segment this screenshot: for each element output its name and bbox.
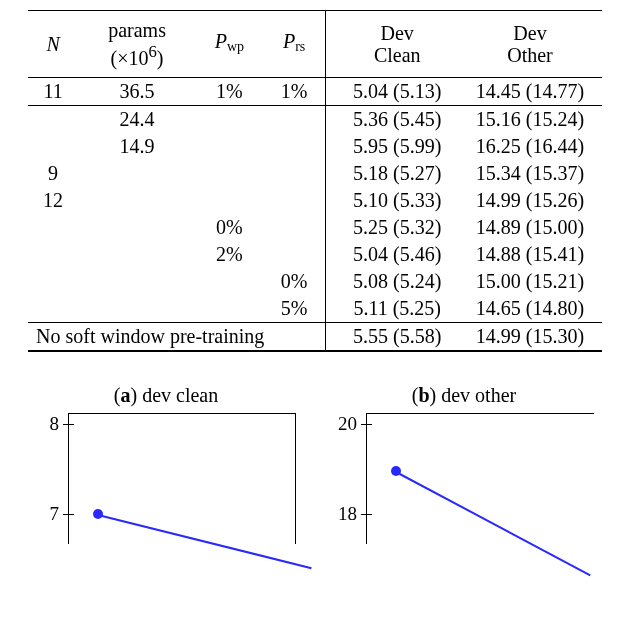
table-row: 0% 5.08 (5.24) 15.00 (15.21)	[28, 268, 602, 295]
col-params: params (×106)	[78, 11, 196, 78]
dev2: Dev	[513, 22, 546, 44]
bold-b: b	[418, 384, 429, 406]
cell: 14.89 (15.00)	[458, 214, 602, 241]
table-row: No soft window pre-training 5.55 (5.58) …	[28, 322, 602, 351]
table-row: 0% 5.25 (5.32) 14.89 (15.00)	[28, 214, 602, 241]
rest-a: ) dev clean	[130, 384, 218, 406]
cell: 14.45 (14.77)	[458, 77, 602, 105]
cell: 15.34 (15.37)	[458, 160, 602, 187]
table-row: 14.9 5.95 (5.99) 16.25 (16.44)	[28, 133, 602, 160]
cell: 14.99 (15.26)	[458, 187, 602, 214]
cell: 5.11 (5.25)	[326, 295, 458, 323]
cell: 0%	[263, 268, 326, 295]
cell: 1%	[196, 77, 263, 105]
line-segment	[396, 471, 591, 576]
col-n: N	[46, 33, 59, 55]
table-row: 12 5.10 (5.33) 14.99 (15.26)	[28, 187, 602, 214]
cell: 0%	[196, 214, 263, 241]
ylabel: 20	[338, 413, 357, 435]
cell: 16.25 (16.44)	[458, 133, 602, 160]
cell: 5.95 (5.99)	[326, 133, 458, 160]
cell: 12	[28, 187, 78, 214]
chart-b-title: (b) dev other	[330, 384, 598, 407]
prs: P	[283, 30, 295, 52]
col-prs: Prs	[263, 11, 326, 78]
col-devother: DevOther	[458, 11, 602, 78]
cell: 14.9	[78, 133, 196, 160]
tick-in	[367, 424, 372, 425]
axes-b: 20 18	[366, 413, 594, 544]
cell: 15.16 (15.24)	[458, 105, 602, 133]
table-header: N params (×106) Pwp Prs DevClean DevOthe…	[28, 11, 602, 78]
clean: Clean	[374, 44, 421, 66]
cell: 5.55 (5.58)	[326, 322, 458, 351]
cell: 5.18 (5.27)	[326, 160, 458, 187]
tick-in	[69, 514, 74, 515]
cell: 2%	[196, 241, 263, 268]
table-row: 9 5.18 (5.27) 15.34 (15.37)	[28, 160, 602, 187]
noswp-label: No soft window pre-training	[28, 322, 326, 351]
charts-row: (a) dev clean 8 7 (b) dev other 20 18	[28, 384, 602, 544]
ylabel: 8	[50, 413, 60, 435]
cell: 5.08 (5.24)	[326, 268, 458, 295]
params-sup: 6	[149, 42, 157, 61]
results-table: N params (×106) Pwp Prs DevClean DevOthe…	[28, 10, 602, 352]
ylabel: 18	[338, 503, 357, 525]
cell: 14.88 (15.41)	[458, 241, 602, 268]
tick-in	[367, 514, 372, 515]
other: Other	[507, 44, 553, 66]
cell: 14.99 (15.30)	[458, 322, 602, 351]
cell: 1%	[263, 77, 326, 105]
line-segment	[98, 514, 312, 569]
axes-a: 8 7	[68, 413, 296, 544]
params-l2a: (×10	[111, 47, 149, 69]
prs-sub: rs	[295, 39, 305, 54]
cell: 9	[28, 160, 78, 187]
params-l2b: )	[157, 47, 164, 69]
cell: 14.65 (14.80)	[458, 295, 602, 323]
chart-dev-clean: (a) dev clean 8 7	[32, 384, 300, 544]
table-row: 5% 5.11 (5.25) 14.65 (14.80)	[28, 295, 602, 323]
chart-a-title: (a) dev clean	[32, 384, 300, 407]
chart-dev-other: (b) dev other 20 18	[330, 384, 598, 544]
cell: 5%	[263, 295, 326, 323]
col-devclean: DevClean	[326, 11, 458, 78]
rest-b: ) dev other	[430, 384, 517, 406]
cell: 5.25 (5.32)	[326, 214, 458, 241]
table-row: 24.4 5.36 (5.45) 15.16 (15.24)	[28, 105, 602, 133]
cell: 5.04 (5.46)	[326, 241, 458, 268]
cell: 5.04 (5.13)	[326, 77, 458, 105]
tick-in	[69, 424, 74, 425]
col-pwp: Pwp	[196, 11, 263, 78]
cell: 11	[28, 77, 78, 105]
cell: 36.5	[78, 77, 196, 105]
dev1: Dev	[381, 22, 414, 44]
ylabel: 7	[50, 503, 60, 525]
cell: 24.4	[78, 105, 196, 133]
params-l1: params	[108, 19, 166, 41]
cell: 5.36 (5.45)	[326, 105, 458, 133]
table-row: 2% 5.04 (5.46) 14.88 (15.41)	[28, 241, 602, 268]
cell: 5.10 (5.33)	[326, 187, 458, 214]
bold-a: a	[120, 384, 130, 406]
cell: 15.00 (15.21)	[458, 268, 602, 295]
pwp-sub: wp	[227, 39, 244, 54]
pwp: P	[215, 30, 227, 52]
table-row: 11 36.5 1% 1% 5.04 (5.13) 14.45 (14.77)	[28, 77, 602, 105]
